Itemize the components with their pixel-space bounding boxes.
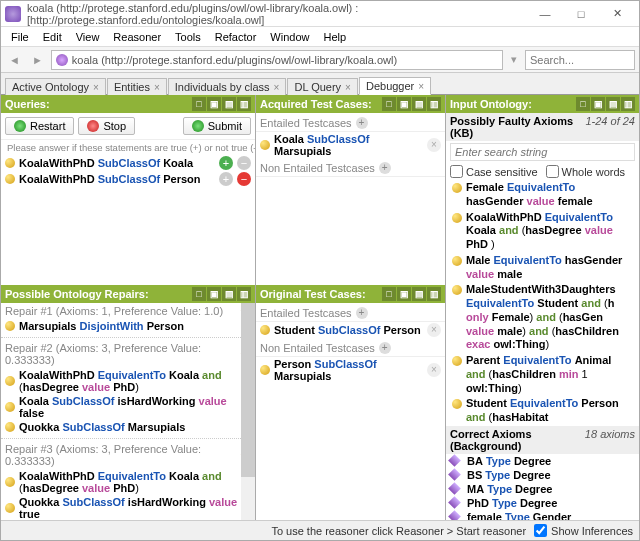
scrollbar[interactable] xyxy=(241,303,255,520)
tab-close-icon[interactable]: × xyxy=(345,82,351,93)
menu-edit[interactable]: Edit xyxy=(37,29,68,45)
menu-file[interactable]: File xyxy=(5,29,35,45)
faulty-axiom[interactable]: Male EquivalentTo hasGender value male xyxy=(446,253,639,283)
repair-header: Repair #3 (Axioms: 3, Preference Value: … xyxy=(1,441,255,469)
panel-button[interactable]: ▤ xyxy=(606,97,620,111)
panel-button[interactable]: ▣ xyxy=(397,287,411,301)
panel-button[interactable]: ▣ xyxy=(397,97,411,111)
location-dropdown[interactable]: ▾ xyxy=(507,53,521,66)
mark-true-button[interactable]: + xyxy=(219,172,233,186)
panel-button[interactable]: □ xyxy=(576,97,590,111)
search-field[interactable]: Search... xyxy=(525,50,635,70)
tab-close-icon[interactable]: × xyxy=(154,82,160,93)
tab-close-icon[interactable]: × xyxy=(418,81,424,92)
testcase-row[interactable]: Student SubClassOf Person× xyxy=(256,322,445,338)
panel-button[interactable]: ▥ xyxy=(237,97,251,111)
menu-reasoner[interactable]: Reasoner xyxy=(107,29,167,45)
panel-button[interactable]: □ xyxy=(192,287,206,301)
query-row: KoalaWithPhD SubClassOf Koala+− xyxy=(1,155,255,171)
repair-axiom[interactable]: KoalaWithPhD EquivalentTo Koala and (has… xyxy=(1,368,255,394)
class-icon xyxy=(452,183,462,193)
individual-icon xyxy=(448,454,461,467)
faulty-axiom[interactable]: Parent EquivalentTo Animal and (hasChild… xyxy=(446,353,639,396)
tab-bar: Active Ontology×Entities×Individuals by … xyxy=(1,73,639,95)
whole-words-checkbox[interactable]: Whole words xyxy=(546,165,626,178)
mark-false-button[interactable]: − xyxy=(237,156,251,170)
correct-axiom[interactable]: BA Type Degree xyxy=(446,454,639,468)
show-inferences-checkbox[interactable]: Show Inferences xyxy=(534,524,633,537)
panel-button[interactable]: ▣ xyxy=(207,97,221,111)
class-icon xyxy=(452,256,462,266)
axiom-search-input[interactable] xyxy=(450,143,635,161)
remove-button[interactable]: × xyxy=(427,323,441,337)
add-testcase-button[interactable]: + xyxy=(379,162,391,174)
remove-button[interactable]: × xyxy=(427,363,441,377)
restart-button[interactable]: Restart xyxy=(5,117,74,135)
correct-axiom[interactable]: BS Type Degree xyxy=(446,468,639,482)
menu-window[interactable]: Window xyxy=(264,29,315,45)
panel-button[interactable]: ▣ xyxy=(591,97,605,111)
individual-icon xyxy=(448,510,461,520)
correct-axiom[interactable]: MA Type Degree xyxy=(446,482,639,496)
repair-axiom[interactable]: Quokka SubClassOf Marsupials xyxy=(1,420,255,434)
repair-axiom[interactable]: Marsupials DisjointWith Person xyxy=(1,319,255,333)
tab-close-icon[interactable]: × xyxy=(274,82,280,93)
stop-button[interactable]: Stop xyxy=(78,117,135,135)
menu-tools[interactable]: Tools xyxy=(169,29,207,45)
tab-debugger[interactable]: Debugger× xyxy=(359,77,431,95)
add-testcase-button[interactable]: + xyxy=(379,342,391,354)
testcase-row[interactable]: Person SubClassOf Marsupials× xyxy=(256,357,445,383)
forward-button[interactable]: ► xyxy=(28,54,47,66)
add-testcase-button[interactable]: + xyxy=(356,307,368,319)
panel-button[interactable]: ▥ xyxy=(427,97,441,111)
minimize-button[interactable]: — xyxy=(527,1,563,27)
panel-button[interactable]: □ xyxy=(192,97,206,111)
add-testcase-button[interactable]: + xyxy=(356,117,368,129)
individual-icon xyxy=(448,482,461,495)
repair-axiom[interactable]: Quokka SubClassOf isHardWorking value tr… xyxy=(1,495,255,520)
panel-button[interactable]: ▤ xyxy=(412,97,426,111)
back-button[interactable]: ◄ xyxy=(5,54,24,66)
location-field[interactable]: koala (http://protege.stanford.edu/plugi… xyxy=(51,50,503,70)
faulty-axiom[interactable]: Female EquivalentTo hasGender value fema… xyxy=(446,180,639,210)
correct-title: Correct Axioms (Background) xyxy=(450,428,585,452)
panel-button[interactable]: ▥ xyxy=(621,97,635,111)
menu-bar: FileEditViewReasonerToolsRefactorWindowH… xyxy=(1,27,639,47)
repair-axiom[interactable]: Koala SubClassOf isHardWorking value fal… xyxy=(1,394,255,420)
mark-false-button[interactable]: − xyxy=(237,172,251,186)
status-hint: To use the reasoner click Reasoner > Sta… xyxy=(271,525,526,537)
correct-axiom[interactable]: female Type Gender xyxy=(446,510,639,520)
tab-dl-query[interactable]: DL Query× xyxy=(287,78,358,95)
remove-button[interactable]: × xyxy=(427,138,441,152)
correct-axiom[interactable]: PhD Type Degree xyxy=(446,496,639,510)
faulty-axiom[interactable]: Student EquivalentTo Person and (hasHabi… xyxy=(446,396,639,426)
tab-individuals-by-class[interactable]: Individuals by class× xyxy=(168,78,287,95)
tab-close-icon[interactable]: × xyxy=(93,82,99,93)
menu-view[interactable]: View xyxy=(70,29,106,45)
tab-active-ontology[interactable]: Active Ontology× xyxy=(5,78,106,95)
panel-button[interactable]: ▤ xyxy=(412,287,426,301)
faulty-axiom[interactable]: KoalaWithPhD EquivalentTo Koala and (has… xyxy=(446,210,639,253)
toolbar: ◄ ► koala (http://protege.stanford.edu/p… xyxy=(1,47,639,73)
submit-button[interactable]: Submit xyxy=(183,117,251,135)
panel-button[interactable]: □ xyxy=(382,287,396,301)
panel-button[interactable]: ▣ xyxy=(207,287,221,301)
menu-refactor[interactable]: Refactor xyxy=(209,29,263,45)
panel-button[interactable]: ▥ xyxy=(427,287,441,301)
repair-axiom[interactable]: KoalaWithPhD EquivalentTo Koala and (has… xyxy=(1,469,255,495)
panel-button[interactable]: □ xyxy=(382,97,396,111)
maximize-button[interactable]: □ xyxy=(563,1,599,27)
submit-icon xyxy=(192,120,204,132)
testcase-row[interactable]: Koala SubClassOf Marsupials× xyxy=(256,132,445,158)
class-icon xyxy=(5,376,15,386)
panel-button[interactable]: ▥ xyxy=(237,287,251,301)
menu-help[interactable]: Help xyxy=(317,29,352,45)
faulty-axiom[interactable]: MaleStudentWith3Daughters EquivalentTo S… xyxy=(446,282,639,353)
panel-button[interactable]: ▤ xyxy=(222,97,236,111)
class-icon xyxy=(452,213,462,223)
mark-true-button[interactable]: + xyxy=(219,156,233,170)
close-button[interactable]: ✕ xyxy=(599,1,635,27)
case-sensitive-checkbox[interactable]: Case sensitive xyxy=(450,165,538,178)
tab-entities[interactable]: Entities× xyxy=(107,78,167,95)
panel-button[interactable]: ▤ xyxy=(222,287,236,301)
